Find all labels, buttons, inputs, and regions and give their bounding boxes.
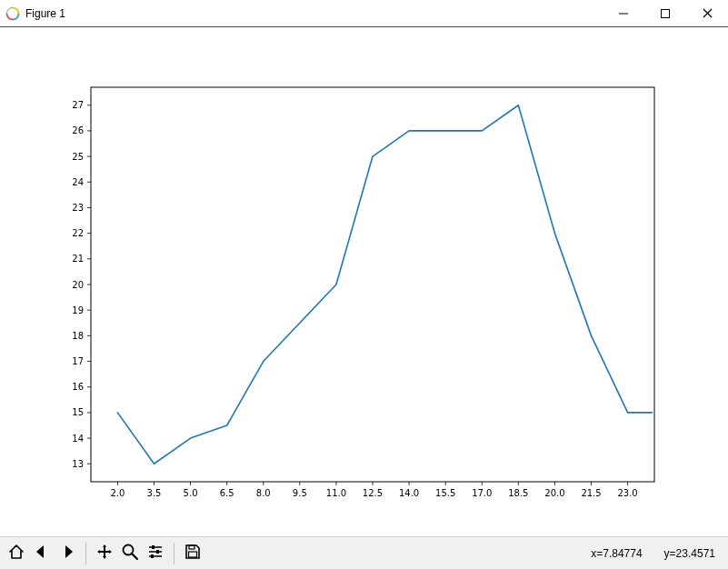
arrow-right-icon — [58, 543, 76, 564]
app-icon — [5, 6, 20, 21]
svg-text:2.0: 2.0 — [110, 488, 125, 498]
pan-button[interactable] — [92, 541, 117, 566]
svg-text:27: 27 — [72, 100, 84, 110]
home-icon — [7, 543, 25, 564]
svg-text:21.5: 21.5 — [581, 488, 601, 498]
svg-rect-89 — [189, 545, 194, 549]
svg-text:13: 13 — [72, 459, 84, 469]
svg-text:14.0: 14.0 — [399, 488, 419, 498]
svg-text:18: 18 — [72, 331, 84, 341]
zoom-icon — [121, 543, 139, 564]
toolbar-group-save — [180, 541, 205, 566]
toolbar-separator — [174, 543, 175, 564]
home-button[interactable] — [4, 541, 29, 566]
maximize-button[interactable] — [644, 0, 686, 26]
coord-x: x=7.84774 — [591, 547, 642, 560]
svg-rect-2 — [662, 9, 670, 17]
toolbar-group-nav — [4, 541, 80, 566]
svg-text:17: 17 — [72, 356, 84, 366]
window: Figure 1 1314151617181920212223242526272… — [0, 0, 728, 569]
svg-text:21: 21 — [72, 254, 84, 264]
toolbar-separator — [85, 543, 86, 564]
svg-text:11.0: 11.0 — [326, 488, 346, 498]
coordinate-readout: x=7.84774 y=23.4571 — [591, 547, 724, 560]
window-title: Figure 1 — [25, 7, 65, 20]
svg-rect-5 — [91, 87, 654, 482]
svg-text:12.5: 12.5 — [363, 488, 383, 498]
svg-text:6.5: 6.5 — [220, 488, 234, 498]
svg-text:16: 16 — [72, 382, 84, 392]
arrow-left-icon — [33, 543, 51, 564]
svg-rect-88 — [151, 554, 154, 558]
coord-y: y=23.4571 — [664, 547, 715, 560]
svg-text:20: 20 — [72, 280, 84, 290]
zoom-button[interactable] — [117, 541, 143, 566]
svg-text:23.0: 23.0 — [617, 488, 637, 498]
svg-text:17.0: 17.0 — [472, 488, 492, 498]
sliders-icon — [146, 543, 165, 564]
svg-text:3.5: 3.5 — [147, 488, 162, 498]
minimize-button[interactable] — [603, 0, 644, 26]
svg-text:25: 25 — [72, 152, 84, 162]
svg-text:20.0: 20.0 — [544, 488, 564, 498]
svg-text:26: 26 — [72, 125, 84, 135]
forward-button[interactable] — [55, 541, 80, 566]
close-button[interactable] — [686, 0, 728, 26]
back-button[interactable] — [29, 541, 55, 566]
svg-text:23: 23 — [72, 203, 84, 213]
svg-text:15: 15 — [72, 407, 84, 417]
svg-rect-90 — [189, 552, 197, 557]
svg-text:5.0: 5.0 — [184, 488, 198, 498]
save-button[interactable] — [180, 541, 205, 566]
titlebar: Figure 1 — [0, 0, 728, 27]
move-icon — [95, 543, 114, 564]
svg-text:18.5: 18.5 — [508, 488, 528, 498]
svg-text:8.0: 8.0 — [256, 488, 271, 498]
svg-rect-86 — [152, 545, 155, 549]
plot-area[interactable]: 1314151617181920212223242526272.03.55.06… — [0, 27, 728, 536]
svg-rect-87 — [156, 550, 159, 554]
toolbar: x=7.84774 y=23.4571 — [0, 536, 728, 569]
svg-line-82 — [132, 554, 137, 559]
window-controls — [603, 0, 728, 26]
svg-text:24: 24 — [72, 177, 84, 187]
svg-text:14: 14 — [72, 434, 84, 444]
svg-text:9.5: 9.5 — [293, 488, 307, 498]
save-icon — [184, 543, 202, 564]
svg-text:22: 22 — [72, 228, 84, 238]
svg-text:15.5: 15.5 — [435, 488, 455, 498]
chart-svg: 1314151617181920212223242526272.03.55.06… — [0, 27, 728, 536]
configure-button[interactable] — [143, 541, 168, 566]
toolbar-group-tools — [92, 541, 168, 566]
svg-text:19: 19 — [72, 305, 84, 315]
